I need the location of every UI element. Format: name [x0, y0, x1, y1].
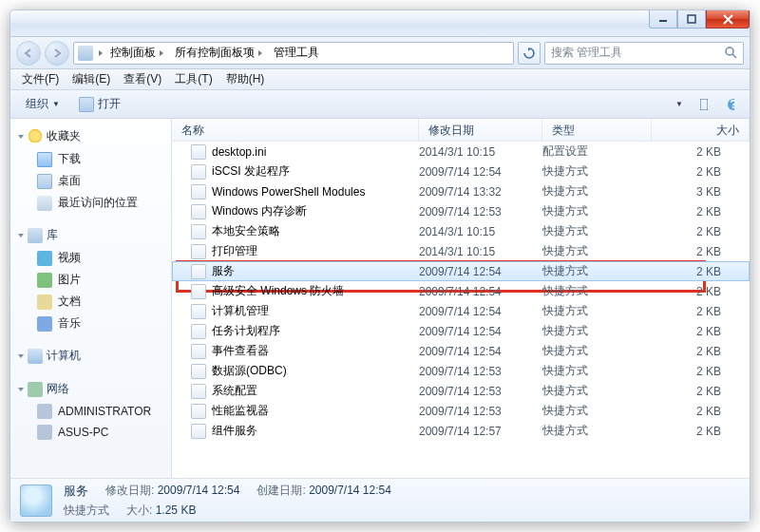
nav-item-desktop[interactable]: 桌面: [10, 170, 171, 192]
download-icon: [37, 152, 52, 167]
nav-group-network[interactable]: 网络: [10, 377, 171, 401]
file-icon: [191, 184, 206, 200]
star-icon: [28, 129, 43, 144]
organize-button[interactable]: 组织 ▼: [16, 93, 69, 115]
nav-back-button[interactable]: [16, 41, 41, 66]
file-row[interactable]: Windows 内存诊断2009/7/14 12:53快捷方式2 KB: [172, 201, 750, 221]
expand-icon: [18, 234, 24, 238]
file-row[interactable]: 任务计划程序2009/7/14 12:54快捷方式2 KB: [172, 321, 750, 341]
file-row[interactable]: iSCSI 发起程序2009/7/14 12:54快捷方式2 KB: [172, 162, 750, 181]
nav-item-documents[interactable]: 文档: [10, 291, 171, 313]
file-type: 快捷方式: [542, 423, 652, 439]
nav-item-host[interactable]: ASUS-PC: [10, 422, 171, 443]
nav-item-videos[interactable]: 视频: [10, 247, 171, 269]
file-icon: [191, 344, 206, 359]
nav-item-recent[interactable]: 最近访问的位置: [10, 192, 171, 214]
breadcrumb[interactable]: 管理工具: [270, 44, 323, 63]
open-icon: [79, 97, 94, 112]
search-input[interactable]: 搜索 管理工具: [544, 42, 744, 65]
file-row[interactable]: 本地安全策略2014/3/1 10:15快捷方式2 KB: [172, 221, 750, 241]
minimize-button[interactable]: [649, 10, 677, 28]
status-modified-value: 2009/7/14 12:54: [158, 484, 240, 497]
menu-file[interactable]: 文件(F): [16, 69, 65, 89]
title-bar: [10, 10, 750, 37]
file-size: 2 KB: [652, 165, 750, 179]
maximize-button[interactable]: [677, 10, 706, 28]
file-row[interactable]: Windows PowerShell Modules2009/7/14 13:3…: [172, 181, 750, 201]
nav-item-music[interactable]: 音乐: [10, 313, 171, 334]
file-type: 快捷方式: [542, 303, 652, 319]
file-size: 2 KB: [652, 285, 750, 298]
status-item-icon: [20, 484, 52, 517]
file-date: 2009/7/14 12:54: [419, 345, 542, 358]
file-row[interactable]: 计算机管理2009/7/14 12:54快捷方式2 KB: [172, 301, 750, 321]
file-name: desktop.ini: [212, 145, 266, 159]
file-type: 快捷方式: [542, 223, 652, 239]
file-row[interactable]: 事件查看器2009/7/14 12:54快捷方式2 KB: [172, 341, 750, 361]
file-icon: [191, 304, 206, 319]
column-header-row: 名称 修改日期 类型 大小: [172, 119, 750, 142]
svg-rect-9: [700, 99, 708, 110]
menu-help[interactable]: 帮助(H): [220, 69, 271, 89]
file-name: 服务: [212, 263, 235, 279]
nav-item-host[interactable]: ADMINISTRATOR: [10, 401, 171, 422]
help-button[interactable]: ?: [717, 95, 744, 114]
computer-icon: [28, 349, 43, 364]
open-button[interactable]: 打开: [69, 93, 130, 115]
file-size: 2 KB: [652, 205, 750, 218]
file-date: 2014/3/1 10:15: [419, 225, 542, 238]
column-header-name[interactable]: 名称: [172, 119, 419, 141]
nav-item-pictures[interactable]: 图片: [10, 269, 171, 291]
breadcrumb-bar[interactable]: 控制面板 所有控制面板项 管理工具: [73, 42, 514, 65]
file-date: 2009/7/14 12:53: [419, 385, 542, 398]
close-button[interactable]: [706, 10, 750, 28]
file-row[interactable]: 服务2009/7/14 12:54快捷方式2 KB: [172, 261, 750, 281]
file-row[interactable]: 组件服务2009/7/14 12:57快捷方式2 KB: [172, 421, 750, 441]
search-icon: [725, 47, 737, 59]
nav-item-downloads[interactable]: 下载: [10, 148, 171, 170]
file-row[interactable]: 打印管理2014/3/1 10:15快捷方式2 KB: [172, 241, 750, 261]
file-date: 2009/7/14 12:54: [419, 285, 542, 298]
music-icon: [37, 316, 52, 332]
expand-icon: [18, 354, 24, 358]
file-icon: [191, 284, 206, 299]
refresh-button[interactable]: [518, 42, 541, 65]
file-name: 性能监视器: [212, 403, 269, 419]
menu-tools[interactable]: 工具(T): [169, 69, 218, 89]
status-size-label: 大小:: [126, 504, 152, 517]
file-date: 2009/7/14 12:54: [419, 305, 542, 318]
toolbar: 组织 ▼ 打开 ▼ ?: [10, 90, 750, 119]
file-date: 2009/7/14 12:53: [419, 205, 542, 218]
file-row[interactable]: 系统配置2009/7/14 12:53快捷方式2 KB: [172, 381, 750, 401]
breadcrumb[interactable]: 所有控制面板项: [171, 44, 266, 63]
file-type: 快捷方式: [542, 343, 652, 359]
nav-group-computer[interactable]: 计算机: [10, 344, 171, 368]
file-list[interactable]: desktop.ini2014/3/1 10:15配置设置2 KBiSCSI 发…: [172, 142, 750, 478]
file-icon: [191, 224, 206, 239]
file-type: 快捷方式: [542, 183, 652, 200]
status-modified-label: 修改日期:: [105, 484, 154, 497]
file-row[interactable]: 性能监视器2009/7/14 12:53快捷方式2 KB: [172, 401, 750, 421]
file-icon: [191, 404, 206, 419]
view-options-button[interactable]: ▼: [664, 96, 691, 113]
crumb-text: 控制面板: [110, 45, 156, 61]
chevron-right-icon: [99, 50, 103, 56]
file-date: 2009/7/14 12:53: [419, 405, 542, 418]
desktop-icon: [37, 174, 52, 189]
file-type: 快捷方式: [542, 383, 652, 399]
file-size: 2 KB: [652, 365, 750, 378]
column-header-type[interactable]: 类型: [542, 119, 652, 141]
column-header-size[interactable]: 大小: [652, 119, 750, 141]
file-row[interactable]: desktop.ini2014/3/1 10:15配置设置2 KB: [172, 142, 750, 162]
file-row[interactable]: 高级安全 Windows 防火墙2009/7/14 12:54快捷方式2 KB: [172, 281, 750, 301]
menu-view[interactable]: 查看(V): [118, 69, 167, 89]
column-header-date[interactable]: 修改日期: [419, 119, 542, 141]
file-row[interactable]: 数据源(ODBC)2009/7/14 12:53快捷方式2 KB: [172, 361, 750, 381]
address-bar: 控制面板 所有控制面板项 管理工具 搜索 管理工具: [10, 37, 750, 69]
nav-group-favorites[interactable]: 收藏夹: [10, 124, 171, 148]
nav-forward-button[interactable]: [45, 41, 69, 66]
preview-pane-button[interactable]: [691, 96, 717, 113]
menu-edit[interactable]: 编辑(E): [66, 69, 116, 89]
breadcrumb[interactable]: 控制面板: [106, 44, 167, 63]
nav-group-library[interactable]: 库: [10, 223, 171, 247]
